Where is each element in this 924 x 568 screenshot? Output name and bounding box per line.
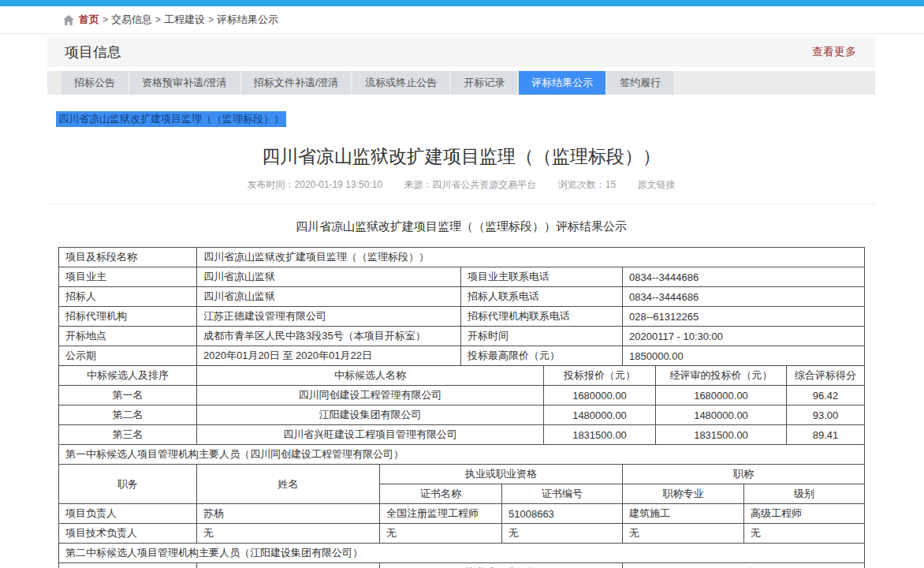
table-row: 开标地点 成都市青羊区人民中路3段35号（本项目开标室） 开标时间 202001… — [59, 327, 865, 346]
info-value: 20200117 - 10:30:00 — [623, 327, 865, 346]
col-header-title-group: 职称 — [623, 465, 865, 484]
title-major-cell: 无 — [623, 524, 744, 544]
info-value: 1850000.00 — [623, 346, 865, 366]
project-link-selected[interactable]: 四川省凉山监狱改扩建项目监理（（监理标段）） — [56, 111, 286, 127]
table-row: 项目及标段名称 四川省凉山监狱改扩建项目监理（（监理标段）） — [59, 248, 865, 267]
col-header-qualification-group: 执业或职业资格 — [380, 563, 623, 568]
source: 来源：四川省公共资源交易平台 — [404, 179, 536, 190]
info-label: 开标地点 — [59, 327, 197, 346]
name-cell: 苏杨 — [197, 504, 380, 524]
info-label: 招标代理机构 — [59, 307, 197, 327]
page-title: 项目信息 — [65, 43, 121, 62]
info-label: 开标时间 — [461, 327, 623, 346]
view-count: 浏览次数：15 — [558, 179, 616, 190]
table-row: 第三名 四川省兴旺建设工程项目管理有限公司 1831500.00 1831500… — [59, 425, 865, 445]
main-content: 项目信息 查看更多 招标公告 资格预审补遗/澄清 招标文件补遗/澄清 流标或终止… — [47, 37, 875, 568]
home-icon[interactable] — [63, 15, 74, 25]
bid-price-cell: 1831500.00 — [544, 425, 656, 445]
table-header-row: 职务 姓名 执业或职业资格 职称 — [59, 465, 865, 484]
col-header-bid-price: 投标报价（元） — [544, 366, 656, 386]
tab-failed-or-terminated[interactable]: 流标或终止公告 — [352, 71, 449, 95]
breadcrumb-separator: > — [102, 14, 108, 25]
info-label: 项目业主联系电话 — [461, 267, 623, 287]
candidate-name-cell: 江阳建设集团有限公司 — [197, 405, 544, 425]
info-label: 招标代理机构联系电话 — [461, 307, 623, 327]
info-value: 028--61312265 — [623, 307, 865, 327]
tab-bid-doc-supplement[interactable]: 招标文件补遗/澄清 — [241, 71, 352, 95]
col-header-rank: 中标候选人及排序 — [59, 366, 197, 386]
info-value: 四川省凉山监狱改扩建项目监理（（监理标段）） — [197, 248, 865, 267]
project-info-table: 项目及标段名称 四川省凉山监狱改扩建项目监理（（监理标段）） 项目业主 四川省凉… — [58, 247, 865, 366]
title-level-cell: 无 — [744, 524, 865, 544]
info-label: 公示期 — [59, 346, 197, 366]
position-cell: 项目负责人 — [59, 504, 197, 524]
info-label: 项目及标段名称 — [59, 248, 197, 267]
evaluated-price-cell: 1480000.00 — [656, 405, 787, 425]
personnel-table-first: 第一中标候选人项目管理机构主要人员（四川同创建设工程管理有限公司） 职务 姓名 … — [58, 444, 865, 544]
tab-prequalification-supplement[interactable]: 资格预审补遗/澄清 — [129, 71, 240, 95]
cert-name-cell: 无 — [380, 524, 502, 544]
tab-eval-result-active[interactable]: 评标结果公示 — [519, 71, 605, 95]
divider — [47, 204, 875, 204]
table-row: 项目业主 四川省凉山监狱 项目业主联系电话 0834--3444686 — [59, 267, 865, 287]
rank-cell: 第三名 — [59, 425, 197, 445]
info-label: 招标人 — [59, 287, 197, 307]
tab-bid-announcement[interactable]: 招标公告 — [61, 71, 128, 95]
info-value: 江苏正德建设管理有限公司 — [197, 307, 461, 327]
col-header-evaluated-price: 经评审的投标价（元） — [656, 366, 787, 386]
breadcrumb-item-engineering[interactable]: 工程建设 — [164, 13, 205, 27]
info-value: 0834--3444686 — [623, 287, 865, 307]
breadcrumb-item-eval-result[interactable]: 评标结果公示 — [217, 13, 278, 27]
col-header-title-major: 职称专业 — [623, 484, 744, 504]
info-value: 四川省凉山监狱 — [197, 287, 461, 307]
col-header-candidate-name: 中标候选人名称 — [197, 366, 544, 386]
table-row: 项目负责人 苏杨 全国注册监理工程师 51008663 建筑施工 高级工程师 — [59, 504, 865, 524]
breadcrumb-item-trade-info[interactable]: 交易信息 — [111, 13, 152, 27]
breadcrumb-separator: > — [208, 14, 214, 25]
col-header-title-group: 职称 — [623, 563, 865, 568]
bid-price-cell: 1480000.00 — [544, 405, 656, 425]
table-row: 第一名 四川同创建设工程管理有限公司 1680000.00 1680000.00… — [59, 386, 865, 405]
tab-bar: 招标公告 资格预审补遗/澄清 招标文件补遗/澄清 流标或终止公告 开标记录 评标… — [47, 71, 875, 95]
info-label: 招标人联系电话 — [461, 287, 623, 307]
top-blue-banner — [0, 0, 924, 6]
score-cell: 96.42 — [787, 386, 865, 405]
position-cell: 项目技术负责人 — [59, 524, 197, 544]
article-meta: 发布时间：2020-01-19 13:50:10 来源：四川省公共资源交易平台 … — [47, 178, 875, 192]
score-cell: 89.41 — [787, 425, 865, 445]
table-row: 招标人 四川省凉山监狱 招标人联系电话 0834--3444686 — [59, 287, 865, 307]
tab-contract-performance[interactable]: 签约履行 — [607, 71, 673, 95]
title-level-cell: 高级工程师 — [744, 504, 865, 524]
rank-cell: 第一名 — [59, 386, 197, 405]
name-cell: 无 — [197, 524, 380, 544]
rank-cell: 第二名 — [59, 405, 197, 425]
table-row: 项目技术负责人 无 无 无 无 无 — [59, 524, 865, 544]
col-header-score: 综合评标得分 — [787, 366, 865, 386]
col-header-cert-name: 证书名称 — [380, 484, 502, 504]
table-row: 第二名 江阳建设集团有限公司 1480000.00 1480000.00 93.… — [59, 405, 865, 425]
info-value: 2020年01月20日 至 2020年01月22日 — [197, 346, 461, 366]
view-more-link[interactable]: 查看更多 — [812, 45, 856, 59]
candidate-name-cell: 四川同创建设工程管理有限公司 — [197, 386, 544, 405]
breadcrumb-home-link[interactable]: 首页 — [79, 13, 99, 27]
col-header-position: 职务 — [59, 563, 197, 568]
original-link[interactable]: 原文链接 — [637, 179, 675, 190]
col-header-name: 姓名 — [197, 465, 380, 504]
score-cell: 93.00 — [787, 405, 865, 425]
personnel-section-title: 第二中标候选人项目管理机构主要人员（江阳建设集团有限公司） — [59, 544, 865, 563]
table-header-row: 中标候选人及排序 中标候选人名称 投标报价（元） 经评审的投标价（元） 综合评标… — [59, 366, 865, 386]
info-value: 0834--3444686 — [623, 267, 865, 287]
col-header-cert-no: 证书编号 — [502, 484, 623, 504]
personnel-section-title: 第一中标候选人项目管理机构主要人员（四川同创建设工程管理有限公司） — [59, 445, 865, 465]
article-title: 四川省凉山监狱改扩建项目监理（（监理标段）） — [47, 144, 875, 169]
announcement-subtitle: 四川省凉山监狱改扩建项目监理（（监理标段））评标结果公示 — [47, 219, 875, 234]
table-row: 招标代理机构 江苏正德建设管理有限公司 招标代理机构联系电话 028--6131… — [59, 307, 865, 327]
breadcrumb-separator: > — [155, 14, 161, 25]
personnel-table-second: 第二中标候选人项目管理机构主要人员（江阳建设集团有限公司） 职务 姓名 执业或职… — [58, 543, 865, 568]
table-row: 公示期 2020年01月20日 至 2020年01月22日 投标最高限价（元） … — [59, 346, 865, 366]
tab-bid-opening-record[interactable]: 开标记录 — [451, 71, 517, 95]
col-header-title-level: 级别 — [744, 484, 865, 504]
result-tables: 项目及标段名称 四川省凉山监狱改扩建项目监理（（监理标段）） 项目业主 四川省凉… — [58, 247, 864, 568]
section-row: 第二中标候选人项目管理机构主要人员（江阳建设集团有限公司） — [59, 544, 865, 563]
evaluated-price-cell: 1831500.00 — [656, 425, 787, 445]
